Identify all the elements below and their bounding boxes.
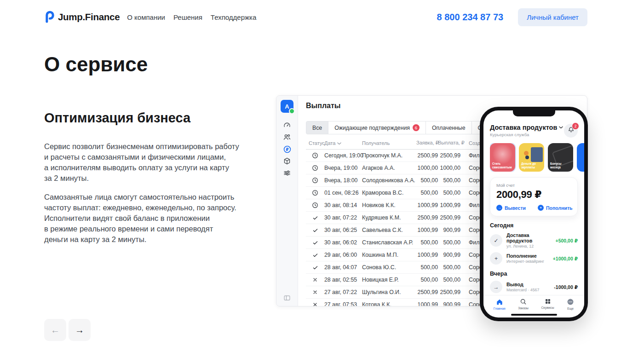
home-indicator <box>511 314 557 316</box>
cell-payout: 2500,99 <box>438 214 460 221</box>
phone-notch <box>513 110 555 116</box>
products-icon[interactable] <box>281 155 293 167</box>
arrow-right-icon: → <box>490 281 502 293</box>
filters-icon[interactable] <box>281 167 293 179</box>
cell-payout: 500,00 <box>438 277 460 283</box>
cell-recipient: Прокопчук М.А. <box>362 152 416 159</box>
cross-icon <box>306 289 324 295</box>
logo[interactable]: Jump.Finance <box>44 11 120 23</box>
cell-recipient: Шульгина О.И. <box>362 289 416 295</box>
phone-app-title-text: Доставка продуктов <box>490 124 557 131</box>
phone-app-title[interactable]: Доставка продуктов <box>490 124 563 131</box>
nav-link[interactable]: Техподдержка <box>211 13 256 21</box>
cell-recipient: Кудряшев К.М. <box>362 214 416 221</box>
tab[interactable]: Ожидающие подтверждения6 <box>328 121 426 134</box>
cell-payout: 900,99 <box>438 252 460 258</box>
home-icon <box>496 298 503 306</box>
phone-nav-item[interactable]: Заказы <box>518 298 529 310</box>
promo-card[interactable]: Деньги до зарплаты <box>519 143 544 172</box>
cell-payout: 500,00 <box>438 190 460 196</box>
cell-date: Вчера, 18:00 <box>324 177 362 184</box>
transaction-row[interactable]: ✓Доставка продуктовул. Ленина, 12+500,00… <box>490 232 578 248</box>
account-balance: 2000,99 ₽ <box>496 189 571 201</box>
phone-app-subtitle: Курьерская служба <box>490 132 563 137</box>
contractors-icon[interactable] <box>281 131 293 143</box>
illustration-screen <box>531 147 543 162</box>
clock-icon <box>306 190 324 196</box>
nav-link[interactable]: О компании <box>127 13 165 21</box>
cross-icon <box>306 302 324 306</box>
clock-icon <box>306 165 324 171</box>
cross-icon <box>306 277 324 283</box>
transaction-amount: +1000,00 ₽ <box>553 256 578 261</box>
transaction-text: Доставка продуктовул. Ленина, 12 <box>506 232 556 248</box>
column-header: Выплата, ₽ <box>438 140 460 146</box>
app-sidebar: A ₽ <box>276 96 298 306</box>
promo-card[interactable] <box>577 143 584 172</box>
phone-content: Доставка продуктов Курьерская служба 2 С… <box>483 110 584 293</box>
transaction-name: Вывод <box>506 282 554 287</box>
cell-payout: 1000,00 <box>438 165 460 171</box>
cell-date: Сегодня, 19:00 <box>324 152 362 159</box>
cell-payout: 900,99 <box>438 301 460 306</box>
column-header[interactable]: Дата <box>324 140 362 146</box>
tab-label: Оплаченные <box>432 125 465 131</box>
nav-link[interactable]: Решения <box>173 13 202 21</box>
cell-request: 500,00 <box>416 177 438 184</box>
column-header: Заявка, ₽ <box>416 140 438 146</box>
cell-date: 30 авг, 06:25 <box>324 227 362 233</box>
transaction-name: Доставка продуктов <box>506 232 556 243</box>
transaction-row[interactable]: +ПополнениеИнтернет-эквайринг+1000,00 ₽ <box>490 252 578 265</box>
clock-icon <box>306 177 324 184</box>
topup-button[interactable]: + Пополнить <box>538 205 573 211</box>
promo-card-label: Деньги до зарплаты <box>521 162 536 169</box>
right-arrow-icon: → <box>75 325 84 335</box>
check-icon <box>306 252 324 258</box>
arrow-right-icon: → <box>496 205 502 211</box>
phone-nav-item[interactable]: Главная <box>494 298 506 310</box>
phone-nav-label: Главная <box>494 307 506 310</box>
avatar-letter: A <box>285 103 289 110</box>
prev-button[interactable]: ← <box>44 319 66 341</box>
cell-recipient: Новиков К.К. <box>362 202 416 208</box>
phone-header: Доставка продуктов Курьерская служба 2 <box>490 124 578 138</box>
promo-card[interactable]: Стать самозанятым <box>490 143 515 172</box>
app-avatar[interactable]: A <box>281 100 293 113</box>
cell-request: 500,00 <box>416 239 438 246</box>
phone-nav-item[interactable]: Еще <box>567 298 574 310</box>
plus-icon: + <box>538 205 544 211</box>
cell-date: 28 авг, 02:55 <box>324 277 362 283</box>
phone-number-link[interactable]: 8 800 234 87 73 <box>437 12 504 23</box>
notifications-button[interactable]: 2 <box>564 124 578 138</box>
cell-request: 500,00 <box>416 190 438 196</box>
sidebar-collapse-icon[interactable] <box>283 294 291 302</box>
promo-card[interactable]: Бонусы месяца <box>548 143 573 172</box>
promo-card-label: Стать самозанятым <box>492 162 512 169</box>
chevron-down-icon <box>337 140 341 146</box>
cell-request: 2500,99 <box>416 289 438 295</box>
cell-payout: 500,00 <box>438 264 460 271</box>
account-label: Мой счет <box>496 183 571 188</box>
cell-payout: 2500,99 <box>438 289 460 295</box>
tab[interactable]: Все <box>306 121 328 134</box>
about-paragraph-1: Сервис позволит бизнесменам оптимизирова… <box>44 141 260 184</box>
search-icon <box>520 298 527 306</box>
phone-nav-item[interactable]: Сервисы <box>541 298 554 310</box>
payments-icon[interactable]: ₽ <box>281 143 293 155</box>
cell-payout: 900,99 <box>438 227 460 233</box>
cell-payout: 2500,99 <box>438 152 460 159</box>
next-button[interactable]: → <box>69 319 91 341</box>
account-button[interactable]: Личный кабинет <box>518 8 587 26</box>
phone-nav-label: Заказы <box>518 306 529 310</box>
tab[interactable]: Оплаченные <box>426 121 472 134</box>
cell-recipient: Агарков А.А. <box>362 165 416 171</box>
carousel-controls: ← → <box>44 319 91 341</box>
cell-request: 1000,00 <box>416 165 438 171</box>
cell-recipient: Савельева С.К. <box>362 227 416 233</box>
withdraw-button[interactable]: → Вывести <box>496 205 526 211</box>
column-header: Получатель <box>362 140 416 146</box>
cell-request: 2500,99 <box>416 214 438 221</box>
check-icon <box>306 265 324 271</box>
transaction-row[interactable]: →ВыводMastercard · 4567-1000,00 ₽ <box>490 281 578 293</box>
dashboard-icon[interactable] <box>281 119 293 131</box>
